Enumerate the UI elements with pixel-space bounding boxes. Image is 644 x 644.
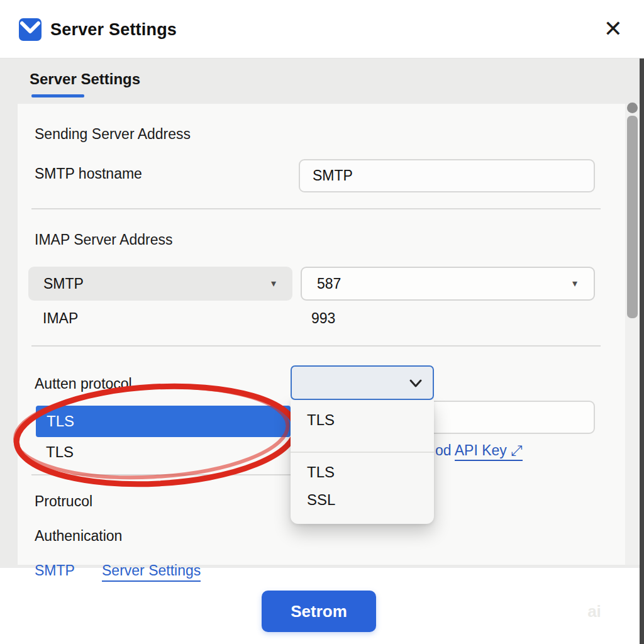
tls-option-secondary-label: TLS	[46, 443, 74, 460]
server-type-value: SMTP	[43, 275, 84, 292]
tls-option-selected-label: TLS	[47, 413, 74, 430]
section-divider	[31, 345, 601, 347]
server-settings-link[interactable]: Server Settings	[102, 562, 201, 582]
protocol-dropdown-trigger[interactable]	[291, 365, 434, 400]
dropdown-item-tls[interactable]: TLS	[307, 411, 335, 429]
chevron-down-icon	[409, 379, 423, 389]
tls-option-selected[interactable]: TLS	[36, 406, 291, 437]
tab-server-settings[interactable]: Server Settings	[30, 70, 140, 88]
scrollbar-cap[interactable]	[627, 103, 638, 113]
tls-option-secondary[interactable]: TLS	[46, 443, 74, 461]
smtp-bottom-label: SMTP	[35, 562, 75, 579]
mail-icon	[18, 18, 42, 44]
authentication-label: Authenication	[35, 528, 122, 545]
tab-active-underline	[31, 94, 84, 97]
dialog-header: Server Settings ✕	[0, 0, 644, 58]
smtp-hostname-value: SMTP	[313, 167, 353, 184]
sending-server-heading: Sending Server Address	[35, 126, 191, 143]
caret-down-icon: ▾	[271, 277, 276, 289]
imap-server-heading: IMAP Server Address	[35, 231, 172, 248]
dropdown-item-tls-2[interactable]: TLS	[307, 464, 335, 481]
port-select[interactable]: 587 ▾	[301, 267, 595, 301]
api-key-link[interactable]: API Key ⤢	[455, 442, 523, 461]
external-link-icon: ⤢	[511, 442, 522, 458]
dialog-title: Server Settings	[50, 20, 177, 40]
smtp-hostname-label: SMTP hostname	[35, 165, 142, 182]
api-key-line: od API Key ⤢	[435, 442, 523, 459]
scrollbar-thumb[interactable]	[627, 116, 638, 318]
api-key-prefix: od	[435, 442, 455, 458]
caret-down-icon: ▾	[572, 277, 577, 289]
dropdown-item-ssl[interactable]: SSL	[307, 491, 335, 509]
window-edge	[640, 58, 644, 644]
smtp-hostname-input[interactable]: SMTP	[299, 159, 595, 192]
section-divider	[31, 208, 601, 209]
dropdown-separator	[291, 452, 434, 453]
imap-alt-label: IMAP	[43, 310, 78, 327]
close-icon[interactable]: ✕	[604, 15, 623, 43]
protocol-label: Protrucol	[35, 493, 92, 510]
auth-protocol-label: Autten protocol	[35, 375, 132, 392]
port-alt-label: 993	[311, 310, 335, 327]
protocol-dropdown-menu: TLS TLS SSL	[291, 400, 434, 524]
server-type-select[interactable]: SMTP ▾	[28, 267, 292, 301]
ai-watermark: ai	[577, 594, 611, 628]
port-value: 587	[317, 275, 341, 292]
setrom-submit-button[interactable]: Setrom	[262, 591, 376, 632]
